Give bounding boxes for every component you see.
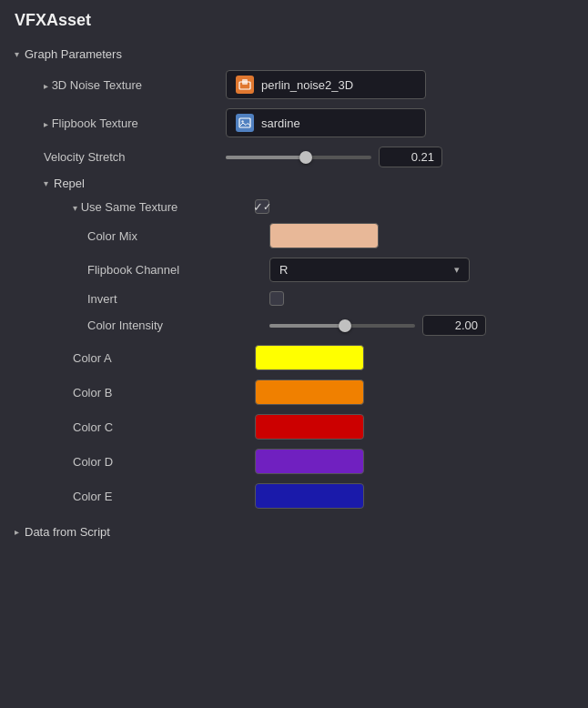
repel-chevron: ▾ (44, 178, 48, 188)
flipbook-texture-label: ▸ Flipbook Texture (44, 116, 226, 130)
velocity-stretch-row: Velocity Stretch 0.21 (29, 142, 573, 172)
use-same-texture-check-mark: ✓ (253, 200, 263, 214)
color-e-control (255, 483, 573, 509)
flipbook-texture-btn[interactable]: sardine (226, 108, 426, 137)
color-b-row: Color B (44, 375, 573, 410)
use-same-texture-checkbox[interactable]: ✓ (255, 199, 269, 214)
flipbook-channel-value: R (279, 263, 288, 277)
flipbook-channel-dropdown[interactable]: R ▾ (269, 258, 470, 282)
color-intensity-value[interactable]: 2.00 (422, 315, 486, 336)
color-a-swatch[interactable] (255, 345, 364, 370)
flipbook-channel-control: R ▾ (269, 258, 573, 282)
velocity-stretch-control: 0.21 (226, 147, 573, 167)
use-same-texture-row: ▾ Use Same Texture ✓ (44, 195, 573, 218)
repel-content: ▾ Use Same Texture ✓ Color Mix (44, 195, 573, 513)
color-c-control (255, 414, 573, 440)
color-e-row: Color E (44, 479, 573, 513)
color-e-label: Color E (73, 490, 255, 503)
use-same-texture-control: ✓ (255, 199, 573, 214)
flipbook-channel-chevron-icon: ▾ (454, 264, 460, 276)
use-same-texture-chevron[interactable]: ▾ (73, 203, 77, 213)
color-b-swatch[interactable] (255, 379, 364, 405)
velocity-stretch-track[interactable] (226, 156, 371, 159)
graph-parameters-content: ▸ 3D Noise Texture perlin_noise2_3D (29, 66, 573, 513)
svg-point-3 (241, 120, 243, 122)
graph-parameters-chevron: ▾ (15, 49, 19, 59)
color-intensity-track[interactable] (269, 324, 415, 328)
use-same-texture-label: ▾ Use Same Texture (73, 200, 255, 214)
color-d-label: Color D (73, 455, 255, 469)
section-graph-parameters: ▾ Graph Parameters ▸ 3D Noise Texture pe… (15, 43, 573, 513)
invert-row: Invert (44, 287, 573, 310)
color-intensity-control: 2.00 (269, 315, 573, 336)
velocity-stretch-fill (226, 156, 306, 159)
noise-texture-control: perlin_noise2_3D (226, 70, 573, 99)
svg-rect-1 (242, 79, 248, 85)
velocity-stretch-label: Velocity Stretch (44, 150, 226, 164)
color-d-row: Color D (44, 444, 573, 479)
noise-texture-btn[interactable]: perlin_noise2_3D (226, 70, 426, 99)
color-b-label: Color B (73, 386, 255, 400)
velocity-stretch-thumb[interactable] (299, 151, 312, 164)
invert-label: Invert (87, 292, 269, 306)
velocity-stretch-value[interactable]: 0.21 (379, 147, 442, 167)
flipbook-channel-label: Flipbook Channel (87, 263, 269, 277)
noise-texture-row: ▸ 3D Noise Texture perlin_noise2_3D (29, 66, 573, 104)
color-a-row: Color A (44, 340, 573, 375)
color-a-label: Color A (73, 351, 255, 365)
svg-rect-2 (239, 118, 250, 127)
color-mix-label: Color Mix (87, 229, 269, 243)
flipbook-texture-value: sardine (261, 116, 300, 130)
velocity-stretch-slider-container: 0.21 (226, 147, 573, 167)
invert-checkbox[interactable] (269, 291, 284, 306)
flipbook-texture-control: sardine (226, 108, 573, 137)
color-intensity-row: Color Intensity 2.00 (44, 310, 573, 340)
color-intensity-thumb[interactable] (339, 319, 351, 332)
color-b-control (255, 379, 573, 405)
color-c-row: Color C (44, 410, 573, 444)
graph-parameters-label: Graph Parameters (25, 47, 122, 61)
app-title: VFXAsset (15, 11, 573, 30)
color-mix-control (269, 223, 573, 248)
color-intensity-slider-container: 2.00 (269, 315, 573, 336)
noise-texture-icon (236, 76, 254, 94)
color-a-control (255, 345, 573, 370)
repel-section: ▾ Repel ▾ Use Same Texture ✓ (29, 172, 573, 513)
flipbook-texture-chevron[interactable]: ▸ (44, 119, 48, 129)
flipbook-texture-row: ▸ Flipbook Texture sardine (29, 104, 573, 142)
repel-header[interactable]: ▾ Repel (29, 172, 573, 195)
flipbook-channel-row: Flipbook Channel R ▾ (44, 253, 573, 287)
color-c-swatch[interactable] (255, 414, 364, 440)
data-from-script-label: Data from Script (25, 525, 110, 539)
color-e-swatch[interactable] (255, 483, 364, 509)
noise-texture-label: ▸ 3D Noise Texture (44, 78, 226, 92)
color-d-swatch[interactable] (255, 449, 364, 474)
noise-texture-chevron[interactable]: ▸ (44, 81, 48, 91)
color-intensity-label: Color Intensity (87, 319, 269, 332)
graph-parameters-header[interactable]: ▾ Graph Parameters (15, 43, 573, 66)
color-mix-swatch[interactable] (269, 223, 379, 248)
color-mix-row: Color Mix (44, 218, 573, 253)
color-c-label: Color C (73, 420, 255, 434)
color-d-control (255, 449, 573, 474)
data-from-script-chevron: ▸ (15, 527, 19, 537)
noise-texture-value: perlin_noise2_3D (261, 78, 353, 92)
color-intensity-fill (269, 324, 345, 328)
data-from-script-header[interactable]: ▸ Data from Script (15, 521, 573, 543)
repel-label: Repel (54, 177, 85, 190)
invert-control (269, 291, 573, 306)
flipbook-texture-icon (236, 114, 254, 132)
